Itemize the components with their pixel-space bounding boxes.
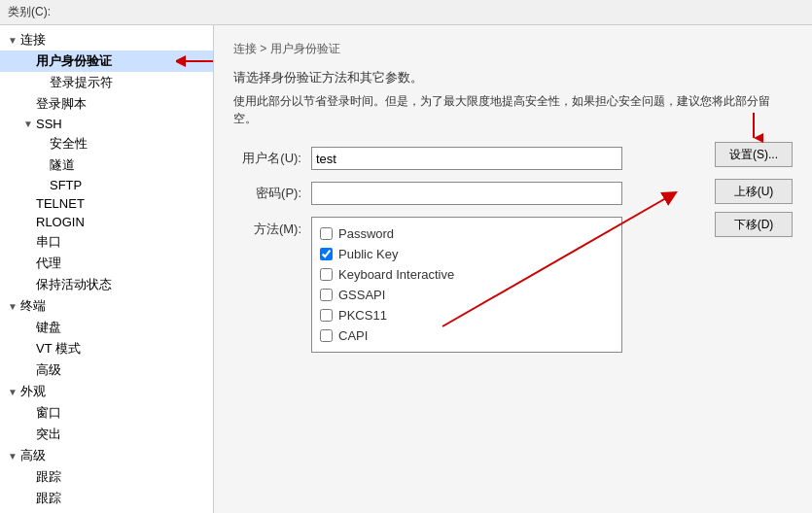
method-gssapi-label: GSSAPI: [338, 288, 385, 302]
checkbox-public-key[interactable]: [320, 248, 333, 260]
checkbox-password[interactable]: [320, 227, 333, 240]
sidebar-item-login-hint-label: 登录提示符: [50, 74, 113, 91]
sidebar-item-auth-label: 用户身份验证: [36, 52, 112, 70]
right-panel: 连接 > 用户身份验证 请选择身份验证方法和其它参数。 使用此部分以节省登录时间…: [214, 25, 812, 513]
method-password-label: Password: [338, 226, 394, 241]
sidebar-item-tunnel-label: 隧道: [50, 156, 75, 174]
sidebar-item-serial-label: 串口: [36, 233, 61, 251]
method-public-key[interactable]: Public Key: [320, 244, 614, 264]
sidebar-item-keepalive-label: 保持活动状态: [36, 276, 112, 293]
sidebar-item-telnet-label: TELNET: [36, 196, 85, 211]
sidebar-item-keyboard[interactable]: 键盘: [0, 317, 213, 338]
username-label: 用户名(U):: [233, 150, 311, 167]
sidebar-item-appearance-label: 外观: [20, 383, 46, 400]
method-label: 方法(M):: [233, 217, 311, 238]
sidebar-item-login-hint[interactable]: 登录提示符: [0, 72, 213, 93]
method-box: Password Public Key Keyboard Interactive…: [311, 217, 622, 353]
password-row: 密码(P):: [233, 182, 793, 205]
description2: 使用此部分以节省登录时间。但是，为了最大限度地提高安全性，如果担心安全问题，建议…: [233, 92, 793, 127]
sidebar-item-advanced-terminal[interactable]: 高级: [0, 359, 213, 381]
sidebar-item-proxy[interactable]: 代理: [0, 253, 213, 274]
sidebar-item-window-label: 窗口: [36, 404, 61, 422]
method-gssapi[interactable]: GSSAPI: [320, 285, 614, 305]
sidebar-item-connect-label: 连接: [20, 31, 46, 49]
description1: 请选择身份验证方法和其它参数。: [233, 69, 793, 86]
sidebar-item-keyboard-label: 键盘: [36, 319, 61, 336]
method-pkcs11-label: PKCS11: [338, 308, 387, 323]
title-bar: 类别(C):: [0, 0, 812, 25]
sidebar-item-login-script[interactable]: 登录脚本: [0, 93, 213, 115]
sidebar-item-window[interactable]: 窗口: [0, 402, 213, 424]
main-container: 类别(C): ▼ 连接 用户身份验证 登录提: [0, 0, 812, 513]
sidebar-item-vt-mode[interactable]: VT 模式: [0, 338, 213, 359]
sidebar-item-highlight-label: 突出: [36, 426, 61, 443]
username-input[interactable]: [311, 147, 622, 170]
sidebar-item-tunnel[interactable]: 隧道: [0, 154, 213, 176]
checkbox-gssapi[interactable]: [320, 289, 333, 301]
sidebar-item-rlogin[interactable]: RLOGIN: [0, 213, 213, 231]
sidebar-item-trace[interactable]: 跟踪: [0, 466, 213, 488]
sidebar-item-keepalive[interactable]: 保持活动状态: [0, 274, 213, 295]
sidebar-item-highlight[interactable]: 突出: [0, 424, 213, 445]
sidebar-item-advanced2[interactable]: ▼ 高级: [0, 445, 213, 466]
sidebar-item-telnet[interactable]: TELNET: [0, 194, 213, 213]
expand-icon-advanced2: ▼: [8, 451, 18, 462]
right-buttons: 设置(S)... 上移(U) 下移(D): [715, 142, 793, 237]
checkbox-capi[interactable]: [320, 329, 333, 342]
sidebar-item-sftp-label: SFTP: [50, 178, 82, 192]
method-row: 方法(M): Password Public Key Keyboard Inte…: [233, 217, 793, 353]
expand-icon-ssh: ▼: [23, 119, 33, 129]
method-public-key-label: Public Key: [338, 247, 398, 261]
username-row: 用户名(U):: [233, 147, 793, 170]
sidebar-item-sftp[interactable]: SFTP: [0, 176, 213, 194]
checkbox-pkcs11[interactable]: [320, 309, 333, 322]
sidebar-item-security[interactable]: 安全性: [0, 133, 213, 154]
breadcrumb-text: 连接 > 用户身份验证: [233, 42, 340, 55]
sidebar-item-advanced-terminal-label: 高级: [36, 361, 61, 379]
sidebar-item-security-label: 安全性: [50, 135, 88, 153]
expand-icon-appearance: ▼: [8, 387, 18, 397]
sidebar-item-ssh-label: SSH: [36, 117, 62, 131]
sidebar-item-vt-mode-label: VT 模式: [36, 340, 81, 358]
method-capi[interactable]: CAPI: [320, 325, 614, 346]
expand-icon-terminal: ▼: [8, 301, 18, 312]
sidebar-item-login-script-label: 登录脚本: [36, 95, 87, 113]
move-down-button[interactable]: 下移(D): [715, 212, 793, 237]
password-label: 密码(P):: [233, 185, 311, 202]
sidebar-item-serial[interactable]: 串口: [0, 231, 213, 253]
move-up-button[interactable]: 上移(U): [715, 179, 793, 204]
method-keyboard-interactive[interactable]: Keyboard Interactive: [320, 264, 614, 285]
breadcrumb: 连接 > 用户身份验证: [233, 41, 793, 57]
sidebar-item-rlogin-label: RLOGIN: [36, 215, 85, 229]
sidebar-item-trace2-label: 跟踪: [36, 490, 61, 507]
sidebar-item-appearance[interactable]: ▼ 外观: [0, 381, 213, 402]
sidebar-item-terminal-label: 终端: [20, 297, 46, 315]
sidebar-item-trace2[interactable]: 跟踪: [0, 488, 213, 509]
method-pkcs11[interactable]: PKCS11: [320, 305, 614, 325]
sidebar-item-trace-label: 跟踪: [36, 468, 61, 486]
method-capi-label: CAPI: [338, 328, 368, 343]
sidebar-item-connect[interactable]: ▼ 连接: [0, 29, 213, 51]
sidebar-item-auth[interactable]: 用户身份验证: [0, 51, 213, 72]
method-keyboard-interactive-label: Keyboard Interactive: [338, 267, 454, 282]
checkbox-keyboard-interactive[interactable]: [320, 268, 333, 281]
sidebar-item-terminal[interactable]: ▼ 终端: [0, 295, 213, 317]
content-area: ▼ 连接 用户身份验证 登录提示符 登录脚本: [0, 25, 812, 513]
expand-icon: ▼: [8, 35, 18, 46]
category-label: 类别(C):: [8, 5, 51, 18]
settings-button[interactable]: 设置(S)...: [715, 142, 793, 167]
method-password[interactable]: Password: [320, 223, 614, 244]
left-panel: ▼ 连接 用户身份验证 登录提示符 登录脚本: [0, 25, 214, 513]
password-input[interactable]: [311, 182, 622, 205]
sidebar-item-proxy-label: 代理: [36, 255, 61, 272]
sidebar-item-advanced2-label: 高级: [20, 447, 46, 464]
sidebar-item-ssh[interactable]: ▼ SSH: [0, 115, 213, 133]
